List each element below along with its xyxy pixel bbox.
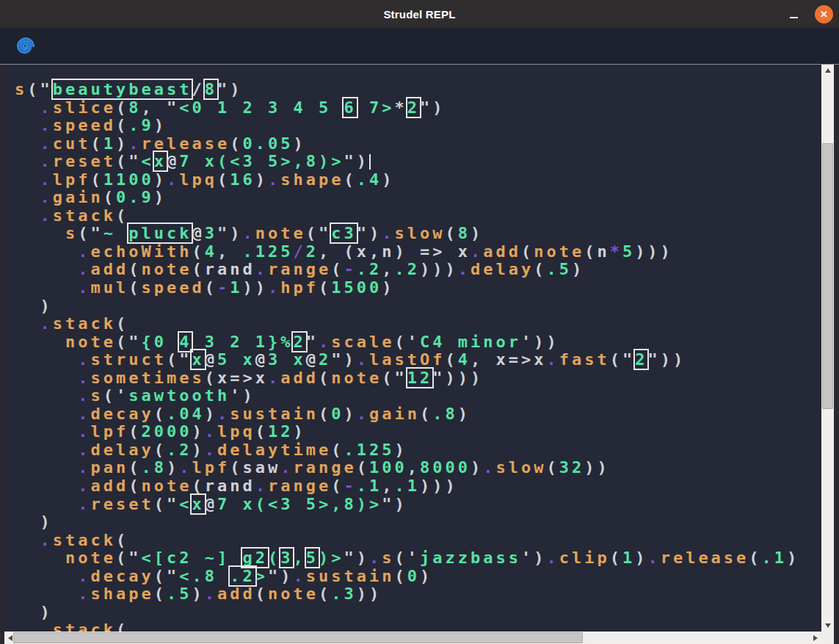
scroll-up-button[interactable]	[821, 65, 834, 76]
code-line[interactable]: .lpf(1100).lpq(16).shape(.4)	[15, 171, 821, 189]
scroll-down-icon	[825, 623, 831, 628]
scroll-up-icon	[825, 68, 831, 73]
text-cursor	[369, 154, 371, 170]
editor-frame: s("beautybeast/8") .slice(8, "<0 1 2 3 4…	[4, 65, 834, 644]
code-line[interactable]: )	[15, 513, 821, 532]
code-line[interactable]: .echoWith(4, .125/2, (x,n) => x.add(note…	[15, 243, 821, 261]
code-line[interactable]: .pan(.8).lpf(saw.range(100,8000).slow(32…	[15, 459, 821, 477]
code-line[interactable]: )	[15, 604, 821, 622]
vertical-scrollbar-thumb[interactable]	[822, 143, 833, 409]
code-line[interactable]: .struct("x@5 x@3 x@2").lastOf(4, x=>x.fa…	[15, 351, 821, 369]
horizontal-scrollbar-thumb[interactable]	[13, 632, 583, 643]
code-line[interactable]: .speed(.9)	[15, 117, 821, 135]
close-icon: ✕	[820, 9, 828, 18]
scroll-down-button[interactable]	[821, 620, 834, 632]
horizontal-scrollbar[interactable]	[4, 632, 821, 644]
code-line[interactable]: note("{0 4 3 2 1}%2".scale('C4 minor'))	[15, 333, 821, 352]
scroll-left-icon	[8, 635, 12, 641]
code-line[interactable]: .stack(	[15, 315, 821, 333]
code-line[interactable]: )	[15, 297, 821, 316]
minimize-icon	[790, 17, 798, 18]
code-line[interactable]: .cut(1).release(0.05)	[15, 135, 821, 153]
code-line[interactable]: .sometimes(x=>x.add(note("12")))	[15, 369, 821, 388]
code-line[interactable]: .reset("<x@7 x(<3 5>,8)>")	[15, 496, 821, 514]
scroll-right-button[interactable]	[810, 632, 821, 644]
code-line[interactable]: .lpf(2000).lpq(12)	[15, 423, 821, 441]
code-line[interactable]: .decay("<.8 .2>").sustain(0)	[15, 568, 821, 586]
code-line[interactable]: .delay(.2).delaytime(.125)	[15, 441, 821, 460]
code-line[interactable]: .mul(speed(-1)).hpf(1500)	[15, 279, 821, 297]
code-line[interactable]: s("~ pluck@3").note("c3").slow(8)	[15, 225, 821, 243]
code-line[interactable]: .gain(0.9)	[15, 189, 821, 207]
scroll-right-icon	[813, 635, 818, 641]
code-line[interactable]: .stack(	[15, 532, 821, 550]
strudel-spiral-logo-icon[interactable]	[15, 36, 36, 57]
code-content: s("beautybeast/8") .slice(8, "<0 1 2 3 4…	[4, 65, 821, 632]
scrollbar-corner	[821, 632, 834, 644]
code-line[interactable]: .add(note(rand.range(-.1,.1)))	[15, 477, 821, 496]
code-line[interactable]: .add(note(rand.range(-.2,.2))).delay(.5)	[15, 261, 821, 279]
close-button[interactable]: ✕	[815, 5, 833, 23]
code-line[interactable]: .reset("<x@7 x(<3 5>,8)>")	[15, 153, 821, 171]
code-line[interactable]: s("beautybeast/8")	[15, 81, 821, 99]
vertical-scrollbar[interactable]	[821, 65, 834, 632]
code-line[interactable]: .stack(	[15, 621, 821, 632]
code-line[interactable]: .decay(.04).sustain(0).gain(.8)	[15, 405, 821, 424]
code-line[interactable]: note("<[c2 ~] g2(3,5)>").s('jazzbass').c…	[15, 549, 821, 568]
code-line[interactable]: .shape(.5).add(note(.3))	[15, 585, 821, 604]
code-line[interactable]: .stack(	[15, 207, 821, 225]
minimize-button[interactable]	[784, 4, 803, 23]
strudel-repl-window: Strudel REPL ✕ s("beautybeast/8") .slice…	[0, 0, 839, 644]
code-line[interactable]: .s('sawtooth')	[15, 387, 821, 405]
window-buttons: ✕	[784, 0, 833, 28]
titlebar[interactable]: Strudel REPL ✕	[0, 0, 839, 28]
toolbar	[0, 28, 839, 64]
code-editor[interactable]: s("beautybeast/8") .slice(8, "<0 1 2 3 4…	[4, 65, 821, 632]
code-line[interactable]: .slice(8, "<0 1 2 3 4 5 6 7>*2")	[15, 99, 821, 117]
window-title: Strudel REPL	[383, 8, 455, 21]
